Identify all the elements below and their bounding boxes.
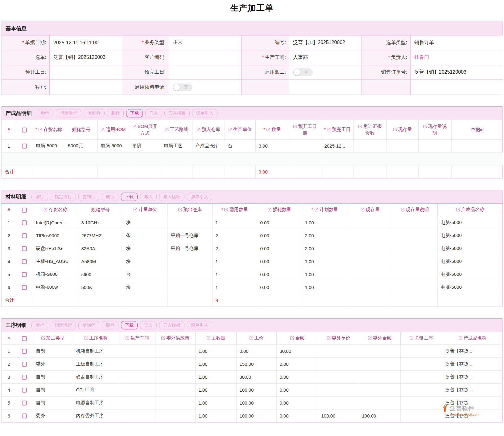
row-checkbox[interactable] xyxy=(22,375,27,380)
toolbar-button[interactable]: 源单引入 xyxy=(192,109,217,117)
toolbar-button[interactable]: 下载 xyxy=(121,193,138,201)
cell: 1 xyxy=(212,216,257,229)
cell: 3.00 xyxy=(255,139,289,152)
column-header: 生产单位 xyxy=(225,120,255,139)
toolbar-button[interactable]: 增行 xyxy=(37,109,53,117)
toolbar-button[interactable]: 导入模板 xyxy=(159,321,184,329)
field-value[interactable]: 泛普【销】2025120003 xyxy=(411,65,503,80)
row-checkbox[interactable] xyxy=(22,144,27,149)
field-value[interactable] xyxy=(169,50,242,65)
row-checkbox[interactable] xyxy=(22,388,27,393)
cell: 采购一号仓库 xyxy=(167,229,212,242)
column-header: 现存量说明 xyxy=(418,120,451,139)
section-title: 产成品明细 xyxy=(6,110,32,117)
field-value[interactable]: 否 xyxy=(169,80,242,95)
row-checkbox[interactable] xyxy=(22,233,27,238)
edit-icon xyxy=(458,336,463,342)
toolbar-button[interactable]: 导入 xyxy=(145,109,162,117)
cell: 电脑-5000 xyxy=(437,242,503,255)
toggle-switch[interactable]: 否 xyxy=(173,84,192,91)
cell: 电脑-5000 xyxy=(437,216,503,229)
toolbar-button[interactable]: 删行 xyxy=(102,193,118,201)
cell: 0.00 xyxy=(276,370,318,383)
toolbar-button[interactable]: 复制行 xyxy=(84,109,105,117)
row-checkbox[interactable] xyxy=(22,414,27,418)
field-value[interactable]: 杜春门 xyxy=(411,50,503,65)
field-label: *生产车间: xyxy=(242,50,289,65)
select-all-checkbox[interactable] xyxy=(22,336,27,341)
toolbar-button[interactable]: 复制行 xyxy=(78,321,99,329)
table-row: 3硬盘HF512G82A0A块采购一号仓库20.002.00电脑-5000 xyxy=(2,242,503,255)
person-link[interactable]: 杜春门 xyxy=(414,54,429,61)
cell: 块 xyxy=(123,255,167,268)
field-value[interactable]: 人事部 xyxy=(289,50,362,65)
toolbar-button[interactable]: 指定增行 xyxy=(56,109,81,117)
field-value[interactable] xyxy=(169,65,242,80)
toolbar-button[interactable]: 下载 xyxy=(126,109,143,117)
column-header: 预入仓库 xyxy=(192,120,225,139)
row-select xyxy=(16,357,33,370)
toolbar-button[interactable]: 指定增行 xyxy=(51,193,76,201)
column-header: 损耗数量 xyxy=(257,204,302,216)
cell: 硬盘自制工序 xyxy=(73,370,119,383)
toolbar-button[interactable]: 导入模板 xyxy=(164,109,190,117)
cell: 自制 xyxy=(33,383,73,396)
toolbar-button[interactable]: 指定增行 xyxy=(51,321,76,329)
cell: 1.00 xyxy=(195,409,236,422)
row-checkbox[interactable] xyxy=(22,401,27,405)
toolbar-button[interactable]: 删行 xyxy=(107,109,124,117)
field-value[interactable]: 泛普【销】2025120003 xyxy=(50,50,122,65)
vendor-logo-icon xyxy=(442,404,449,413)
row-checkbox[interactable] xyxy=(22,220,27,225)
cell: 0.00 xyxy=(236,344,276,357)
select-all-checkbox[interactable] xyxy=(22,128,27,132)
toolbar-button[interactable]: 源单引入 xyxy=(187,321,212,329)
row-select xyxy=(16,255,33,268)
cell xyxy=(289,165,321,178)
toolbar-button[interactable]: 导入 xyxy=(140,193,157,201)
field-value[interactable] xyxy=(50,65,122,80)
row-checkbox[interactable] xyxy=(22,285,27,290)
table-row: 2委外主板自制工序1.00150.000.00泛普【存货... xyxy=(2,357,503,370)
field-value[interactable]: 泛普【加】2025120002 xyxy=(289,35,362,50)
row-checkbox[interactable] xyxy=(22,362,27,367)
section-title: 工序明细 xyxy=(6,322,27,329)
toolbar-button[interactable]: 复制行 xyxy=(78,193,99,201)
cell xyxy=(353,165,386,178)
field-value[interactable]: 销售订单 xyxy=(411,35,503,50)
toolbar-button[interactable]: 下载 xyxy=(121,321,138,329)
row-checkbox[interactable] xyxy=(22,246,27,251)
field-value[interactable]: 否 xyxy=(289,65,362,80)
select-all-checkbox[interactable] xyxy=(22,208,27,213)
column-header: 适用BOM xyxy=(97,120,129,139)
edit-icon xyxy=(361,207,365,213)
cell: 0.00 xyxy=(257,229,302,242)
column-header: *预完工日 xyxy=(321,120,353,139)
toolbar-button[interactable]: 导入模板 xyxy=(159,193,184,201)
field-label xyxy=(362,80,411,95)
toolbar-button[interactable]: 增行 xyxy=(31,321,48,329)
field-value[interactable]: 正常 xyxy=(169,35,242,50)
toolbar-button[interactable]: 删行 xyxy=(102,321,118,329)
toggle-switch[interactable]: 否 xyxy=(293,68,313,76)
row-index: 5 xyxy=(2,268,16,281)
cell xyxy=(161,165,192,178)
field-value[interactable] xyxy=(50,80,122,95)
column-header: 金额 xyxy=(276,332,318,344)
cell xyxy=(348,281,392,294)
cell xyxy=(155,357,195,370)
toolbar-button[interactable]: 源单引入 xyxy=(187,193,212,201)
field-value[interactable]: 2025-12-11 16:11:00 xyxy=(50,35,122,50)
cell xyxy=(400,409,442,422)
toolbar-button[interactable]: 导入 xyxy=(140,321,157,329)
toolbar-button[interactable]: 增行 xyxy=(31,193,48,201)
row-checkbox[interactable] xyxy=(22,259,27,264)
cell: 1 xyxy=(212,255,257,268)
table-row: 1Intel(R)Core(...3.10GHz块10.001.00电脑-500… xyxy=(2,216,503,229)
cell: 100.00 xyxy=(236,383,276,396)
cell xyxy=(348,255,392,268)
cell xyxy=(33,294,78,307)
cell: 台 xyxy=(123,268,167,281)
row-checkbox[interactable] xyxy=(22,272,27,277)
row-checkbox[interactable] xyxy=(22,349,27,354)
